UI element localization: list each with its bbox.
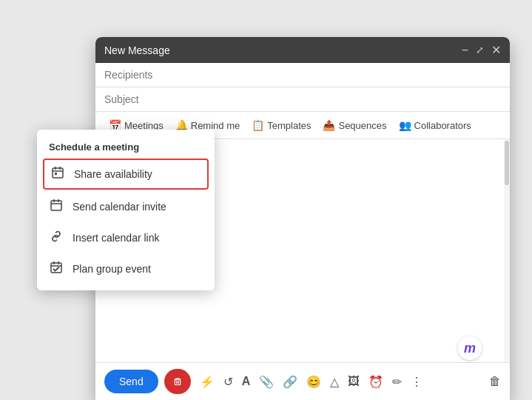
send-calendar-invite-label: Send calendar invite [73, 201, 166, 213]
mixmax-logo: m [464, 341, 476, 356]
compose-title: New Message [104, 44, 170, 56]
expand-button[interactable]: ⤢ [476, 44, 484, 56]
plan-group-event-label: Plan group event [73, 263, 151, 275]
svg-rect-15 [51, 263, 61, 273]
trash-icon[interactable]: 🗑 [489, 375, 501, 388]
plan-group-event-item[interactable]: Plan group event [37, 253, 215, 284]
compose-header-actions: − ⤢ ✕ [462, 43, 501, 57]
schedule-meeting-dropdown: Schedule a meeting Share availability Se… [37, 130, 215, 290]
mixmax-avatar: m [458, 336, 482, 360]
drive-icon[interactable]: △ [330, 375, 339, 389]
lightning-icon[interactable]: ⚡ [200, 375, 215, 389]
sequences-label: Sequences [338, 120, 386, 131]
compose-header: New Message − ⤢ ✕ [95, 37, 510, 63]
signature-icon[interactable]: ✏ [392, 375, 402, 389]
templates-label: Templates [267, 120, 311, 131]
insert-calendar-link-icon [49, 230, 64, 246]
send-calendar-invite-item[interactable]: Send calendar invite [37, 191, 215, 222]
svg-rect-11 [51, 201, 61, 210]
compose-footer: Send ⚡ ↺ A 📎 🔗 😊 △ 🖼 ⏰ ✏ ⋮ 🗑 [95, 362, 510, 400]
emoji-icon[interactable]: 😊 [306, 375, 321, 389]
discard-icon [173, 376, 182, 387]
sequences-icon: 📤 [323, 119, 335, 131]
template-icon: 📋 [252, 119, 264, 131]
collaborators-icon: 👥 [399, 119, 411, 131]
more-icon[interactable]: ⋮ [411, 375, 422, 389]
format-text-icon[interactable]: A [242, 375, 251, 388]
recipients-label: Recipients [104, 69, 152, 81]
share-availability-icon [50, 166, 65, 182]
plan-group-event-icon [49, 261, 64, 277]
dropdown-header: Schedule a meeting [37, 136, 215, 157]
insert-calendar-link-item[interactable]: Insert calendar link [37, 222, 215, 253]
svg-rect-6 [53, 168, 63, 178]
image-icon[interactable]: 🖼 [348, 375, 360, 388]
send-calendar-invite-icon [49, 199, 64, 215]
footer-icons: ⚡ ↺ A 📎 🔗 😊 △ 🖼 ⏰ ✏ ⋮ 🗑 [200, 375, 501, 389]
templates-button[interactable]: 📋 Templates [247, 116, 315, 134]
subject-label: Subject [104, 93, 139, 105]
link-icon[interactable]: 🔗 [283, 375, 297, 389]
schedule-icon[interactable]: ⏰ [368, 375, 383, 389]
refresh-icon[interactable]: ↺ [223, 375, 233, 389]
attach-icon[interactable]: 📎 [259, 375, 274, 389]
share-availability-item[interactable]: Share availability [43, 159, 209, 190]
recipients-field[interactable]: Recipients [95, 63, 510, 87]
collaborators-label: Collaborators [414, 120, 471, 131]
sequences-button[interactable]: 📤 Sequences [318, 116, 391, 134]
share-availability-label: Share availability [74, 168, 152, 180]
send-button[interactable]: Send [104, 370, 158, 393]
scrollbar[interactable] [504, 139, 510, 362]
scrollbar-thumb [505, 141, 509, 185]
svg-rect-10 [55, 173, 57, 175]
discard-button[interactable] [164, 369, 191, 394]
svg-rect-1 [175, 378, 179, 379]
subject-field[interactable]: Subject [95, 87, 510, 112]
close-button[interactable]: ✕ [491, 43, 501, 57]
collaborators-button[interactable]: 👥 Collaborators [394, 116, 476, 134]
insert-calendar-link-label: Insert calendar link [73, 232, 160, 244]
minimize-button[interactable]: − [462, 44, 468, 57]
